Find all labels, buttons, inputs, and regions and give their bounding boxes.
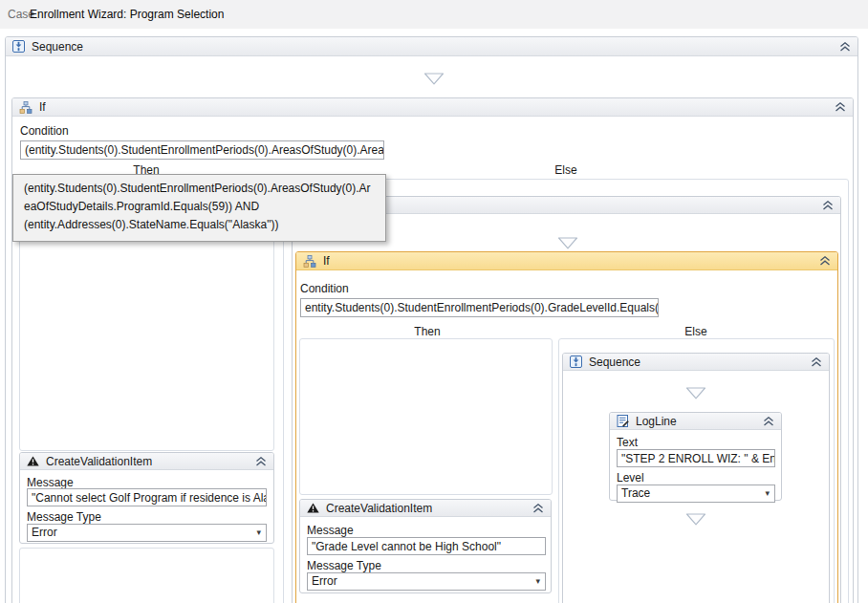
drop-target-icon[interactable] bbox=[685, 513, 706, 526]
warning-icon bbox=[27, 456, 39, 466]
message-label: Message bbox=[307, 524, 354, 537]
double-chevron-up-icon bbox=[822, 201, 834, 210]
collapse-button[interactable] bbox=[811, 357, 822, 367]
if-grade-activity: If Condition entity.Students(0).StudentE… bbox=[295, 251, 838, 603]
message-type-dropdown[interactable]: Error ▾ bbox=[307, 572, 546, 591]
collapse-button[interactable] bbox=[255, 457, 267, 466]
message-type-dropdown[interactable]: Error ▾ bbox=[27, 524, 267, 542]
sequence-outer-header[interactable]: Sequence bbox=[6, 37, 857, 56]
collapse-button[interactable] bbox=[819, 256, 831, 266]
double-chevron-up-icon bbox=[819, 256, 831, 266]
logline-icon bbox=[617, 415, 629, 427]
double-chevron-up-icon bbox=[763, 417, 774, 426]
else-branch-slot[interactable]: Sequence bbox=[558, 338, 835, 603]
workflow-designer: Case Enrollment Wizard: Program Selectio… bbox=[0, 0, 868, 603]
if-program-title: If bbox=[39, 100, 46, 114]
condition-input[interactable]: (entity.Students(0).StudentEnrollmentPer… bbox=[20, 140, 384, 160]
level-label: Level bbox=[617, 471, 644, 485]
create-validation-item-title: CreateValidationItem bbox=[326, 502, 432, 515]
condition-label: Condition bbox=[300, 282, 349, 295]
message-type-value: Error bbox=[312, 573, 337, 590]
sequence-outer: Sequence If Condition (entity.Students(0… bbox=[5, 36, 858, 603]
breadcrumb-title: Enrollment Wizard: Program Selection bbox=[30, 8, 224, 21]
if-grade-header[interactable]: If bbox=[296, 252, 837, 270]
then-branch-slot-lower[interactable] bbox=[19, 548, 274, 603]
collapse-button[interactable] bbox=[835, 102, 846, 112]
text-label: Text bbox=[617, 436, 638, 449]
collapse-button[interactable] bbox=[532, 504, 544, 513]
else-label: Else bbox=[494, 163, 638, 177]
sequence-inner-activity: Sequence bbox=[562, 353, 830, 603]
else-branch-slot[interactable]: Sequence If bbox=[283, 179, 849, 603]
level-value: Trace bbox=[621, 485, 650, 502]
breadcrumb: Case Enrollment Wizard: Program Selectio… bbox=[0, 0, 868, 29]
drop-target-icon[interactable] bbox=[685, 387, 706, 399]
sequence-else-activity: Sequence If bbox=[292, 196, 841, 603]
double-chevron-up-icon bbox=[532, 504, 544, 513]
condition-tooltip: (entity.Students(0).StudentEnrollmentPer… bbox=[12, 174, 386, 242]
if-program-header[interactable]: If bbox=[12, 98, 853, 117]
then-branch-slot[interactable] bbox=[299, 338, 553, 495]
create-validation-item-title: CreateValidationItem bbox=[46, 455, 152, 468]
double-chevron-up-icon bbox=[255, 457, 267, 466]
sequence-icon bbox=[12, 40, 25, 53]
create-validation-item-activity: CreateValidationItem Message "Grade Leve… bbox=[299, 499, 552, 593]
double-chevron-up-icon bbox=[811, 357, 822, 367]
double-chevron-up-icon bbox=[839, 42, 851, 52]
create-validation-item-header[interactable]: CreateValidationItem bbox=[20, 453, 273, 470]
if-icon bbox=[19, 101, 33, 114]
collapse-button[interactable] bbox=[763, 417, 774, 426]
logline-title: LogLine bbox=[636, 415, 677, 428]
sequence-inner-header[interactable]: Sequence bbox=[563, 354, 829, 371]
level-dropdown[interactable]: Trace ▾ bbox=[617, 485, 775, 503]
sequence-inner-title: Sequence bbox=[589, 355, 640, 369]
sequence-outer-title: Sequence bbox=[32, 40, 83, 54]
dropdown-arrow-icon: ▾ bbox=[535, 573, 541, 590]
message-type-value: Error bbox=[32, 525, 57, 541]
then-label: Then bbox=[356, 325, 499, 338]
message-type-label: Message Type bbox=[307, 559, 381, 572]
collapse-button[interactable] bbox=[839, 42, 851, 52]
condition-input[interactable]: entity.Students(0).StudentEnrollmentPeri… bbox=[300, 298, 659, 317]
create-validation-item-activity: CreateValidationItem Message "Cannot sel… bbox=[19, 452, 274, 544]
double-chevron-up-icon bbox=[835, 102, 846, 112]
create-validation-item-header[interactable]: CreateValidationItem bbox=[300, 500, 551, 517]
dropdown-arrow-icon: ▾ bbox=[765, 485, 770, 502]
dropdown-arrow-icon: ▾ bbox=[256, 525, 262, 541]
message-input[interactable]: "Grade Level cannot be High School" bbox=[307, 537, 546, 555]
if-grade-title: If bbox=[323, 254, 330, 268]
logline-header[interactable]: LogLine bbox=[610, 413, 781, 430]
message-type-label: Message Type bbox=[27, 510, 101, 524]
text-input[interactable]: "STEP 2 ENROLL WIZ: " & Environm bbox=[617, 449, 775, 467]
drop-target-icon[interactable] bbox=[557, 237, 578, 249]
collapse-button[interactable] bbox=[822, 201, 834, 210]
drop-target-icon[interactable] bbox=[423, 73, 445, 85]
warning-icon bbox=[307, 503, 319, 513]
sequence-icon bbox=[570, 355, 582, 368]
message-label: Message bbox=[27, 476, 74, 489]
condition-label: Condition bbox=[20, 124, 69, 138]
if-icon bbox=[303, 255, 316, 268]
else-label: Else bbox=[624, 325, 768, 338]
message-input[interactable]: "Cannot select Golf Program if residence… bbox=[27, 488, 267, 506]
logline-activity: LogLine Text "STEP 2 ENROLL WIZ: " & Env… bbox=[609, 412, 782, 501]
